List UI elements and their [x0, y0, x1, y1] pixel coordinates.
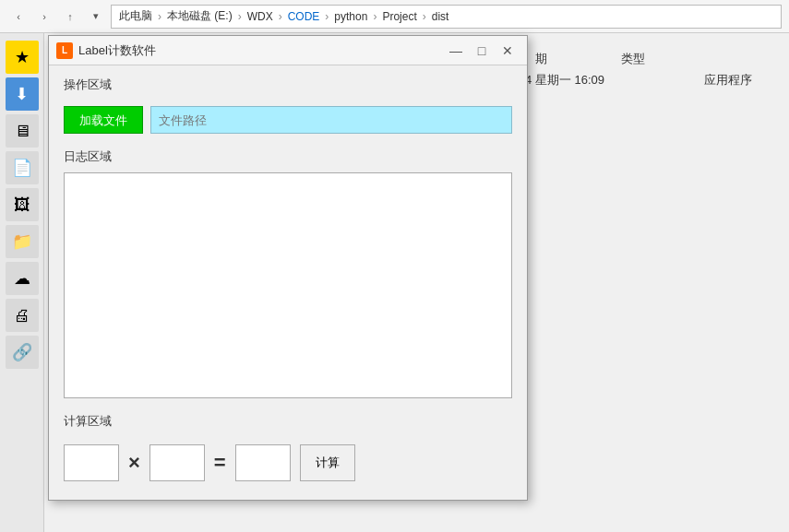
log-textarea[interactable] — [64, 172, 512, 398]
calc-area: 计算区域 × = 计算 — [64, 413, 512, 481]
explorer-headers: 期 类型 — [535, 51, 645, 67]
address-bar: ‹ › ↑ ▾ 此电脑 › 本地磁盘 (E:) › WDX › CODE › p… — [0, 0, 789, 33]
path-sep-6: › — [423, 10, 426, 23]
calc-controls: × = 计算 — [64, 444, 512, 481]
calc-input-2[interactable] — [149, 444, 205, 481]
log-area: 日志区域 — [64, 148, 512, 398]
item-date: 3/4 星期一 16:09 — [515, 72, 604, 89]
forward-button[interactable]: › — [33, 6, 55, 28]
item-type: 应用程序 — [704, 72, 752, 89]
modal-window: L Label计数软件 — □ ✕ 操作区域 加载文件 日志区域 计算区域 × — [48, 35, 528, 501]
date-header: 期 — [535, 51, 547, 67]
sidebar-icon-doc[interactable]: 📄 — [6, 151, 39, 184]
operation-label: 操作区域 — [64, 77, 512, 93]
path-wdx: WDX — [247, 10, 273, 23]
sidebar-icon-images[interactable]: 🖼 — [6, 188, 39, 221]
path-dist: dist — [432, 10, 449, 23]
modal-body: 操作区域 加载文件 日志区域 计算区域 × = 计算 — [49, 65, 527, 500]
path-sep-3: › — [279, 10, 282, 23]
modal-titlebar: L Label计数软件 — □ ✕ — [49, 36, 527, 65]
multiply-symbol: × — [128, 451, 140, 475]
equals-symbol: = — [214, 451, 226, 475]
path-sep-4: › — [325, 10, 329, 23]
close-button[interactable]: ✕ — [496, 41, 520, 61]
sidebar-icon-desktop[interactable]: 🖥 — [6, 114, 39, 148]
modal-icon: L — [56, 42, 73, 59]
sidebar-icon-star[interactable]: ★ — [6, 41, 39, 74]
sidebar-icon-print[interactable]: 🖨 — [6, 299, 39, 332]
sidebar: ★ ⬇ 🖥 📄 🖼 📁 ☁ 🖨 🔗 — [0, 33, 44, 532]
up-button[interactable]: ↑ — [59, 6, 81, 28]
back-button[interactable]: ‹ — [7, 6, 30, 28]
load-file-button[interactable]: 加载文件 — [64, 106, 143, 134]
path-sep-1: › — [158, 10, 161, 23]
path-drive: 本地磁盘 (E:) — [167, 8, 233, 24]
calc-button[interactable]: 计算 — [300, 444, 355, 481]
operation-controls: 加载文件 — [64, 106, 512, 134]
calc-label: 计算区域 — [64, 413, 512, 430]
path-computer: 此电脑 — [119, 8, 152, 24]
minimize-button[interactable]: — — [444, 41, 468, 61]
path-sep-2: › — [238, 10, 242, 23]
sidebar-icon-folder[interactable]: 📁 — [6, 225, 39, 258]
sidebar-icon-cloud[interactable]: ☁ — [6, 262, 39, 295]
maximize-button[interactable]: □ — [470, 41, 494, 61]
path-python: python — [334, 10, 367, 23]
recent-button[interactable]: ▾ — [85, 6, 107, 28]
path-sep-5: › — [373, 10, 377, 23]
type-header: 类型 — [621, 51, 645, 67]
operation-area: 操作区域 加载文件 — [64, 77, 512, 134]
log-label: 日志区域 — [64, 148, 512, 165]
file-path-input[interactable] — [150, 106, 512, 134]
path-project: Project — [382, 10, 416, 23]
path-code: CODE — [288, 10, 320, 23]
sidebar-icon-down[interactable]: ⬇ — [6, 77, 39, 111]
modal-title: Label计数软件 — [78, 42, 442, 59]
calc-input-1[interactable] — [64, 444, 119, 481]
address-path[interactable]: 此电脑 › 本地磁盘 (E:) › WDX › CODE › python › … — [111, 5, 782, 29]
sidebar-icon-link[interactable]: 🔗 — [6, 336, 39, 369]
calc-result[interactable] — [235, 444, 291, 481]
